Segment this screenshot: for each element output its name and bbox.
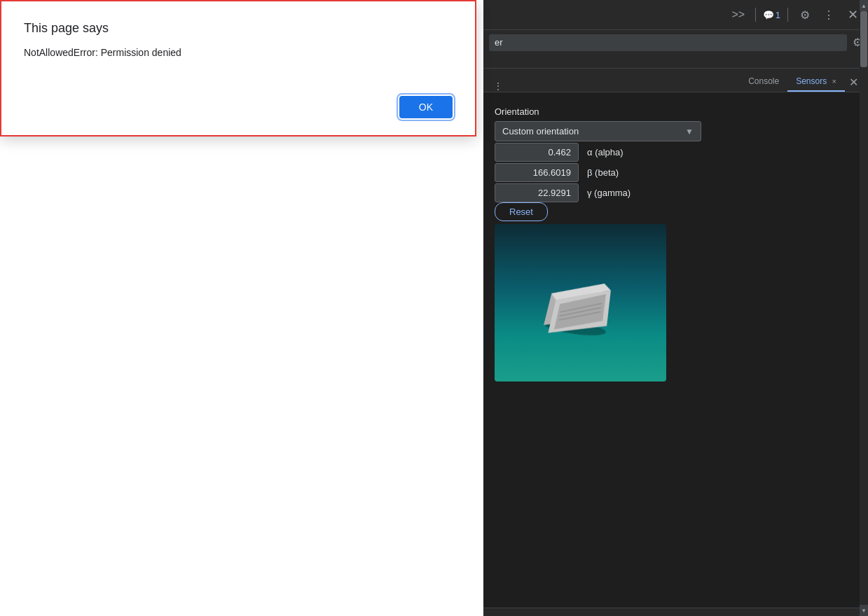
chevron-more-icon[interactable]: >> [729, 5, 748, 24]
dialog-title: This page says [24, 21, 453, 36]
gamma-input-row: γ (gamma) [495, 183, 857, 202]
scrollbar-thumb[interactable] [860, 11, 867, 67]
device-svg [536, 271, 628, 344]
ok-button[interactable]: OK [399, 96, 453, 118]
right-scrollbar: ▲ ▼ [860, 0, 868, 616]
more-menu-icon[interactable]: ⋮ [819, 5, 839, 24]
gamma-label: γ (gamma) [587, 188, 631, 198]
beta-input[interactable] [495, 163, 579, 182]
dialog-overlay: This page says NotAllowedError: Permissi… [0, 0, 483, 140]
orientation-section: Orientation Custom orientation ▼ α (alph… [495, 106, 857, 382]
device-3d-model [535, 271, 628, 348]
dialog-actions: OK [24, 96, 453, 118]
alpha-input-row: α (alpha) [495, 143, 857, 162]
orientation-section-label: Orientation [495, 106, 857, 117]
toolbar-separator-2 [787, 8, 788, 22]
message-badge[interactable]: 💬 1 [763, 10, 780, 20]
settings-icon[interactable]: ⚙ [795, 5, 815, 24]
devtools-search-bar: ⚙ [483, 29, 868, 55]
sensors-content: Orientation Custom orientation ▼ α (alph… [483, 92, 868, 608]
tab-sensors-close[interactable]: × [832, 77, 836, 85]
scroll-top-bar: ▲ ▼ [483, 55, 868, 69]
dialog-box: This page says NotAllowedError: Permissi… [0, 0, 476, 136]
scrollbar-track[interactable] [860, 11, 868, 605]
main-page-area: This page says NotAllowedError: Permissi… [0, 0, 483, 616]
gamma-input[interactable] [495, 183, 579, 202]
beta-input-row: β (beta) [495, 163, 857, 182]
bottom-scrollbar[interactable] [483, 608, 868, 616]
tab-sensors[interactable]: Sensors × [787, 72, 845, 92]
alpha-input[interactable] [495, 143, 579, 162]
dialog-message: NotAllowedError: Permission denied [24, 47, 453, 58]
orientation-dropdown-value: Custom orientation [502, 126, 579, 136]
alpha-label: α (alpha) [587, 147, 624, 158]
bottom-scroll-area[interactable] [483, 608, 868, 617]
reset-button[interactable]: Reset [495, 202, 548, 221]
tab-console[interactable]: Console [740, 72, 787, 92]
devtools-toolbar: >> 💬 1 ⚙ ⋮ ✕ [483, 0, 868, 29]
scrollbar-down-arrow[interactable]: ▼ [860, 605, 868, 616]
tab-sensors-label: Sensors [796, 76, 827, 86]
devtools-tab-bar: ⋮ Console Sensors × ✕ [483, 69, 868, 92]
tab-overflow-icon[interactable]: ⋮ [489, 80, 507, 92]
toolbar-separator [755, 8, 756, 22]
message-icon: 💬 [763, 10, 774, 20]
orientation-dropdown[interactable]: Custom orientation ▼ [495, 121, 701, 141]
scrollbar-up-arrow[interactable]: ▲ [860, 0, 868, 11]
search-input[interactable] [489, 34, 847, 51]
device-visualization [495, 224, 666, 382]
badge-count: 1 [776, 10, 780, 20]
chevron-down-icon: ▼ [685, 127, 694, 136]
beta-label: β (beta) [587, 167, 619, 178]
devtools-panel: >> 💬 1 ⚙ ⋮ ✕ ⚙ ▲ ▼ ⋮ Console Sensors × ✕ [483, 0, 868, 616]
